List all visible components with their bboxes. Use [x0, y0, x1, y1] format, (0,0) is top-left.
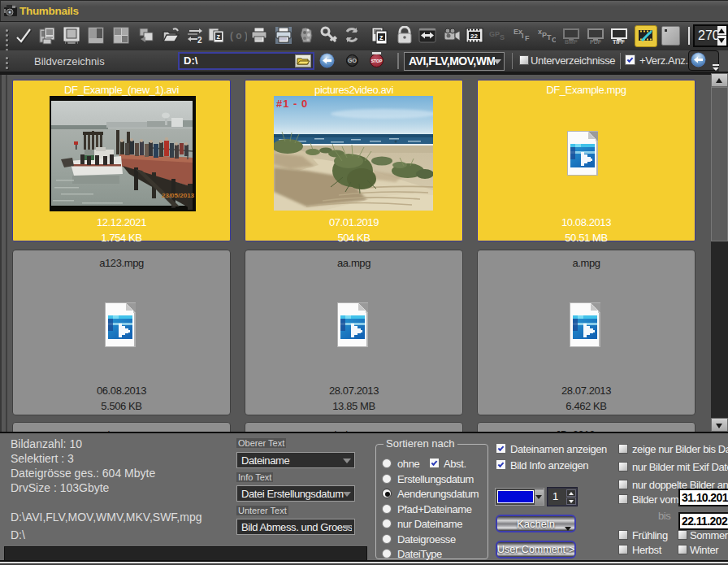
svg-text:#1 - 0: #1 - 0	[276, 98, 308, 110]
svg-text:23/05/2013: 23/05/2013	[162, 192, 195, 199]
svg-text:TIFF: TIFF	[613, 39, 625, 45]
svg-text:S: S	[500, 33, 505, 41]
svg-text:z: z	[379, 33, 384, 41]
svg-text:PDF: PDF	[590, 39, 602, 45]
svg-text:GP: GP	[489, 30, 500, 38]
svg-text:C: C	[552, 36, 556, 44]
svg-text:F: F	[525, 34, 530, 42]
svg-text:( o ): ( o )	[230, 30, 247, 41]
svg-text:I: I	[522, 32, 524, 40]
svg-text:2: 2	[197, 36, 202, 45]
svg-text:z: z	[217, 33, 221, 41]
svg-text:22: 22	[470, 33, 478, 40]
svg-text:BMP: BMP	[565, 39, 578, 45]
